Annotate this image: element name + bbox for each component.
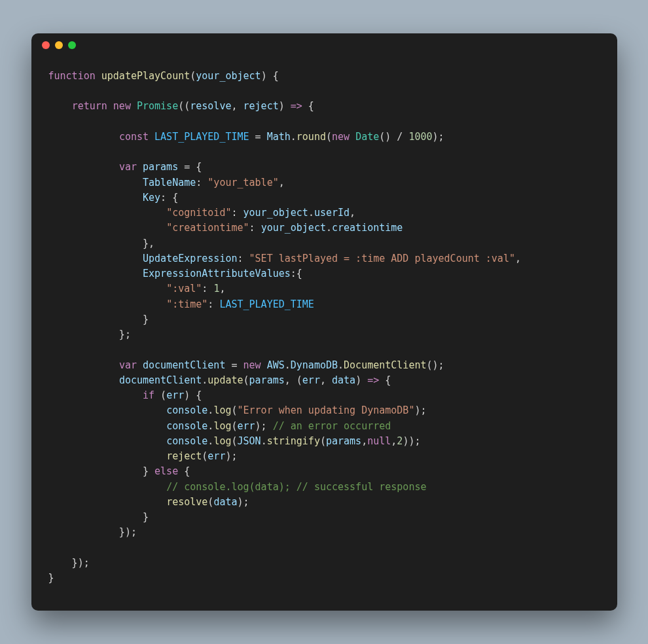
minimize-icon[interactable] <box>55 41 63 49</box>
kw-const: const <box>119 131 149 143</box>
id-params: params <box>143 161 178 173</box>
id-err: err <box>166 389 184 401</box>
fn-log2: log <box>213 420 231 432</box>
key-key: Key <box>143 192 160 204</box>
close-icon[interactable] <box>42 41 50 49</box>
const-last-played-time: LAST_PLAYED_TIME <box>154 131 249 143</box>
kw-var2: var <box>119 359 137 371</box>
kw-return: return <box>72 100 107 112</box>
fn-reject: reject <box>166 450 202 462</box>
id-params3: params <box>326 435 361 447</box>
fn-log: log <box>213 404 231 416</box>
kw-null: null <box>367 435 391 447</box>
id-json: JSON <box>238 435 261 447</box>
id-documentclient2: documentClient <box>119 374 202 386</box>
id-your-object: your_object <box>243 207 308 219</box>
str-time: ":time" <box>166 298 207 310</box>
key-updateexpression: UpdateExpression <box>143 253 238 264</box>
str-cognitoid: "cognitoid" <box>166 207 231 219</box>
id-aws: AWS <box>267 359 285 371</box>
id-userid: userId <box>314 207 350 219</box>
kw-if: if <box>143 389 154 401</box>
id-console3: console <box>166 435 207 447</box>
id-math: Math <box>267 131 291 143</box>
kw-new: new <box>113 100 131 112</box>
fn-documentclient: DocumentClient <box>344 359 426 371</box>
id-creationtime: creationtime <box>332 222 403 234</box>
id-err4: err <box>207 450 225 462</box>
id-err3: err <box>238 420 255 432</box>
kw-new3: new <box>243 359 261 371</box>
id-console: console <box>166 404 207 416</box>
param-your-object: your_object <box>196 70 261 82</box>
fn-resolve: resolve <box>166 496 207 508</box>
param-data: data <box>332 374 355 386</box>
str-updateexpression: "SET lastPlayed = :time ADD playedCount … <box>249 253 515 264</box>
zoom-icon[interactable] <box>68 41 76 49</box>
key-expressionattributevalues: ExpressionAttributeValues <box>143 268 291 279</box>
id-console2: console <box>166 420 207 432</box>
kw-var: var <box>119 161 137 173</box>
param-reject: reject <box>243 100 279 112</box>
str-creationtime: "creationtime" <box>166 222 249 234</box>
fn-updateplaycount: updatePlayCount <box>101 70 190 82</box>
fn-log3: log <box>213 435 231 447</box>
id-dynamodb: DynamoDB <box>291 359 338 371</box>
kw-else: else <box>154 465 178 477</box>
fn-round: round <box>297 131 326 143</box>
comment-successful-response: // console.log(data); // successful resp… <box>166 481 426 493</box>
param-resolve: resolve <box>190 100 231 112</box>
id-your-object2: your_object <box>261 222 326 234</box>
id-data2: data <box>213 496 237 508</box>
param-err: err <box>302 374 320 386</box>
kw-new2: new <box>332 131 350 143</box>
id-params2: params <box>249 374 285 386</box>
str-your-table: "your_table" <box>207 177 278 188</box>
fn-stringify: stringify <box>267 435 320 447</box>
num-1000: 1000 <box>408 131 432 143</box>
fn-update: update <box>207 374 243 386</box>
key-tablename: TableName <box>143 177 196 188</box>
class-date: Date <box>355 131 379 143</box>
id-documentclient: documentClient <box>143 359 225 371</box>
comment-error-occurred: // an error occurred <box>273 420 391 432</box>
kw-function: function <box>48 70 96 82</box>
code-block: function updatePlayCount(your_object) { … <box>31 57 617 593</box>
code-window: function updatePlayCount(your_object) { … <box>31 33 617 611</box>
str-error-msg: "Error when updating DynamoDB" <box>238 404 415 416</box>
const-last-played-time-ref: LAST_PLAYED_TIME <box>219 298 314 310</box>
window-titlebar <box>31 33 617 57</box>
class-promise: Promise <box>137 100 178 112</box>
str-val: ":val" <box>166 283 202 295</box>
